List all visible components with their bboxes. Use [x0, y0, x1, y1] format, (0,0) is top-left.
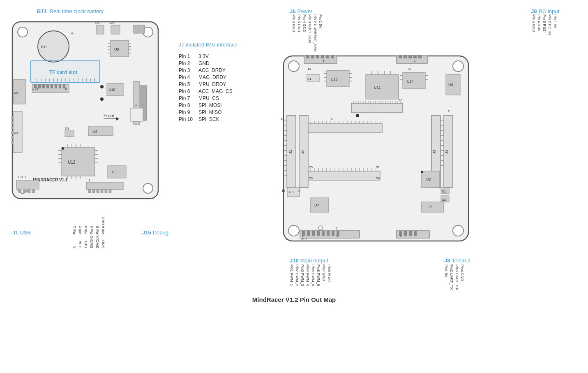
j10-p3: Pin3 PWM_3: [300, 264, 304, 286]
left-pcb-svg: BT1 +: [8, 18, 173, 215]
imu-pin-number: Pin 2: [179, 60, 195, 66]
svg-rect-104: [92, 190, 95, 193]
svg-rect-44: [34, 84, 37, 88]
j10-p4: Pin4 PWM_4: [306, 264, 310, 286]
j8-pin-labels: Pin1 5V Pin2 UART_TX Pin3 UART_RX Pin4 G…: [444, 264, 470, 290]
j9-pin-labels: Pin 5 GND Pin 4 3.3V Pin 3 RSSI Pin 2 RC…: [532, 14, 557, 52]
svg-text:TF card slot: TF card slot: [49, 70, 77, 75]
svg-rect-277: [404, 231, 407, 236]
svg-rect-91: [12, 126, 13, 129]
j8-p4: Pin4 GND: [460, 264, 464, 290]
j6-pin-2: Pin 2 CURRENT_SEN: [313, 14, 317, 52]
svg-text:J8: J8: [429, 205, 433, 209]
svg-rect-105: [97, 190, 99, 193]
svg-text:D5: D5: [110, 21, 115, 25]
svg-rect-127: [399, 55, 402, 58]
imu-pin-name: MPU_DRDY: [198, 81, 226, 87]
svg-point-4: [143, 183, 153, 193]
imu-pin-number: Pin 4: [179, 74, 195, 80]
svg-rect-123: [326, 55, 329, 58]
imu-pin-name: SPI_SCK: [198, 116, 219, 122]
imu-pin-number: Pin 1: [179, 53, 195, 59]
right-board-bottom-labels: J10 Main output Pin1 PWM_1 Pin2 PWM_2 Pi…: [269, 257, 483, 290]
svg-text:1  J1  1: 1 J1 1: [17, 175, 26, 179]
svg-text:U6: U6: [14, 91, 18, 95]
j6-pin-1: Pin 1 5V: [318, 14, 323, 52]
svg-rect-25: [97, 25, 104, 34]
svg-text:D3: D3: [65, 127, 69, 130]
j10-area: J10 Main output Pin1 PWM_1 Pin2 PWM_2 Pi…: [269, 257, 331, 290]
j9-label: J9: [531, 8, 537, 14]
svg-text:1: 1: [414, 59, 416, 63]
bt1-desc: Real time clock battery: [50, 8, 104, 14]
svg-rect-119: [306, 55, 309, 58]
j6-pin-4: Pin 4 GND: [302, 14, 307, 52]
svg-rect-121: [316, 55, 319, 58]
imu-pin-name: ACC_MAG_CS: [198, 88, 233, 94]
imu-pin-row: Pin 2GND: [179, 60, 257, 66]
svg-rect-120: [311, 55, 314, 58]
svg-text:13: 13: [281, 189, 285, 192]
svg-rect-98: [23, 190, 26, 193]
imu-pin-row: Pin 13.3V: [179, 53, 257, 59]
svg-text:1: 1: [88, 178, 90, 182]
svg-text:1: 1: [400, 234, 401, 237]
svg-rect-271: [332, 231, 334, 236]
svg-point-114: [288, 61, 299, 72]
svg-rect-279: [414, 231, 417, 236]
svg-text:1: 1: [337, 234, 338, 237]
svg-rect-200: [308, 124, 382, 133]
svg-rect-258: [310, 198, 329, 212]
svg-rect-130: [413, 55, 417, 58]
j8-label: J8: [444, 257, 450, 264]
svg-text:1: 1: [286, 237, 288, 241]
j9-pin-2: Pin 2 RC_IN: [548, 14, 552, 52]
j6-pin-5: Pin 5 GND: [297, 14, 301, 52]
svg-point-294: [356, 114, 359, 117]
svg-text:U8: U8: [289, 190, 294, 194]
svg-text:U4: U4: [92, 130, 97, 134]
j15-desc: Debug: [153, 229, 168, 236]
j15-annotation: J15 Debug: [142, 217, 168, 248]
bt1-label: BT1: [37, 8, 47, 14]
svg-text:1: 1: [323, 59, 325, 63]
svg-point-284: [421, 171, 423, 173]
imu-pin-row: Pin 7MPU_CS: [179, 95, 257, 101]
svg-text:76: 76: [399, 98, 402, 102]
debug-name-1: N: [72, 235, 76, 248]
right-top-labels: J6 Power J9 RC input: [269, 8, 580, 14]
svg-rect-29: [110, 40, 129, 57]
svg-rect-129: [408, 55, 412, 58]
svg-text:BT1: BT1: [41, 45, 48, 49]
svg-text:+: +: [71, 30, 74, 36]
svg-rect-50: [59, 84, 61, 88]
svg-text:U2: U2: [426, 177, 431, 181]
debug-pin-2: Pin 2: [78, 217, 82, 234]
svg-rect-90: [12, 121, 13, 124]
svg-text:U9: U9: [112, 170, 117, 174]
j10-annotation: J10 Main output: [290, 257, 331, 264]
svg-rect-267: [312, 231, 315, 236]
svg-text:U5: U5: [114, 47, 119, 51]
svg-rect-268: [317, 231, 320, 236]
svg-text:50: 50: [376, 176, 380, 180]
debug-pin-names: N 3.3V TXD SWDIO SWCLK GND: [72, 235, 105, 248]
svg-text:U1: U1: [14, 131, 18, 134]
svg-text:U3: U3: [448, 83, 453, 87]
j10-p8: Pin8 BUZZ: [327, 264, 331, 286]
svg-rect-51: [63, 84, 65, 88]
imu-pin-row: Pin 4MAG_DRDY: [179, 74, 257, 80]
svg-rect-236: [308, 171, 380, 180]
svg-rect-107: [105, 190, 107, 193]
svg-text:26: 26: [309, 176, 313, 180]
j10-p5: Pin5 PWM_5: [311, 264, 315, 286]
svg-rect-89: [12, 116, 13, 119]
j8-p2: Pin2 UART_TX: [450, 264, 454, 290]
svg-rect-97: [18, 190, 21, 193]
imu-pin-row: Pin 5MPU_DRDY: [179, 81, 257, 87]
svg-rect-46: [42, 84, 45, 88]
imu-pin-name: GND: [198, 60, 210, 66]
svg-text:U12: U12: [68, 160, 76, 164]
svg-rect-137: [327, 70, 349, 87]
debug-pin-labels: Pin 1 Pin 2 Pin 3 Pin 4 Pin 5 Pin 6 GND: [72, 217, 105, 234]
